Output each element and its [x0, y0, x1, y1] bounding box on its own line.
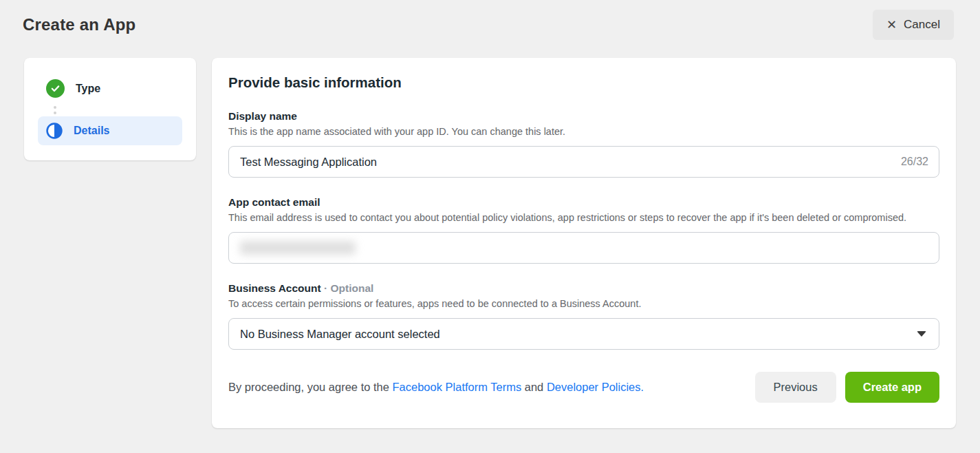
step-details-label: Details	[74, 125, 109, 137]
display-name-label: Display name	[228, 110, 939, 123]
display-name-field-group: Display name This is the app name associ…	[228, 110, 939, 178]
step-type-label: Type	[76, 83, 100, 95]
page-header: Create an App ✕ Cancel	[0, 0, 980, 50]
label-separator: ·	[324, 282, 327, 294]
stepper-connector	[54, 106, 182, 114]
redacted-email-value	[240, 241, 356, 255]
business-account-field-group: Business Account · Optional To access ce…	[228, 282, 939, 350]
cancel-button-label: Cancel	[904, 18, 940, 32]
stepper-step-details[interactable]: Details	[38, 116, 182, 145]
display-name-input[interactable]	[228, 146, 939, 178]
business-account-label: Business Account · Optional	[228, 282, 939, 295]
form-title: Provide basic information	[228, 74, 939, 91]
create-app-button[interactable]: Create app	[845, 372, 939, 403]
form-footer: By proceeding, you agree to the Facebook…	[228, 372, 939, 403]
close-icon: ✕	[886, 19, 897, 31]
developer-policies-link[interactable]: Developer Policies.	[547, 381, 644, 393]
half-filled-circle-icon	[46, 123, 63, 139]
content-area: Type Details Provide basic information D…	[0, 50, 980, 428]
character-counter: 26/32	[901, 156, 928, 168]
contact-email-input[interactable]	[228, 232, 939, 264]
chevron-down-icon	[917, 331, 926, 337]
display-name-helper: This is the app name associated with you…	[228, 125, 939, 139]
stepper-sidebar: Type Details	[24, 58, 196, 160]
business-account-select[interactable]: No Business Manager account selected	[228, 318, 939, 350]
previous-button[interactable]: Previous	[755, 372, 836, 403]
business-account-helper: To access certain permissions or feature…	[228, 297, 939, 311]
stepper-step-type[interactable]: Type	[38, 73, 182, 104]
check-circle-icon	[46, 79, 65, 98]
facebook-platform-terms-link[interactable]: Facebook Platform Terms	[393, 381, 522, 393]
contact-email-field-group: App contact email This email address is …	[228, 196, 939, 264]
page-title: Create an App	[23, 15, 135, 34]
cancel-button[interactable]: ✕ Cancel	[873, 10, 954, 40]
selected-business-account: No Business Manager account selected	[240, 328, 440, 341]
contact-email-label: App contact email	[228, 196, 939, 209]
contact-email-helper: This email address is used to contact yo…	[228, 211, 939, 225]
optional-label: Optional	[330, 282, 373, 294]
terms-text: By proceeding, you agree to the Facebook…	[228, 381, 644, 394]
basic-information-form: Provide basic information Display name T…	[212, 58, 956, 428]
